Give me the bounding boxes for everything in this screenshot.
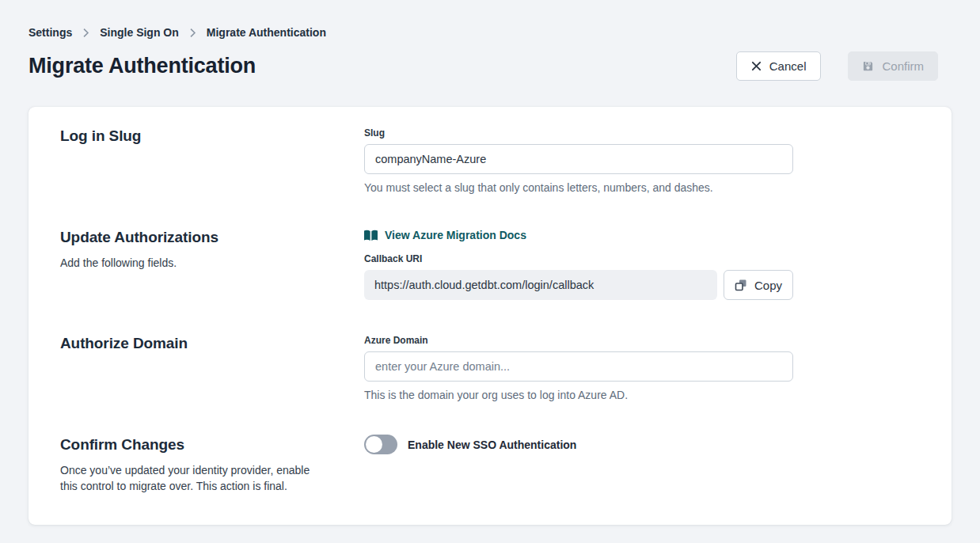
slug-field-label: Slug — [364, 127, 793, 139]
chevron-right-icon — [188, 28, 198, 38]
login-slug-heading: Log in Slug — [60, 127, 329, 145]
update-authorizations-description: Add the following fields. — [60, 255, 329, 271]
azure-migration-docs-link[interactable]: View Azure Migration Docs — [364, 229, 526, 241]
section-update-authorizations: Update Authorizations Add the following … — [60, 229, 952, 300]
callback-uri-field-label: Callback URI — [364, 253, 793, 264]
breadcrumb-settings[interactable]: Settings — [28, 26, 72, 39]
page-title: Migrate Authentication — [28, 54, 256, 78]
copy-button-label: Copy — [754, 279, 782, 292]
save-icon — [862, 60, 874, 72]
authorize-domain-heading: Authorize Domain — [60, 335, 329, 352]
breadcrumb: Settings Single Sign On Migrate Authenti… — [28, 26, 938, 39]
toggle-knob — [366, 436, 382, 453]
azure-migration-docs-link-label: View Azure Migration Docs — [385, 229, 526, 241]
azure-domain-helper-text: This is the domain your org uses to log … — [364, 389, 793, 401]
cancel-button-label: Cancel — [769, 59, 807, 73]
slug-helper-text: You must select a slug that only contain… — [364, 181, 793, 194]
enable-sso-toggle[interactable] — [364, 435, 397, 454]
azure-domain-field-label: Azure Domain — [364, 335, 793, 346]
x-icon — [751, 61, 762, 71]
copy-icon — [735, 279, 747, 291]
confirm-changes-heading: Confirm Changes — [60, 436, 329, 454]
breadcrumb-single-sign-on[interactable]: Single Sign On — [100, 26, 179, 39]
azure-domain-input[interactable] — [364, 351, 793, 382]
confirm-changes-description: Once you’ve updated your identity provid… — [60, 462, 329, 495]
chevron-right-icon — [81, 28, 91, 38]
section-authorize-domain: Authorize Domain Azure Domain This is th… — [60, 335, 952, 401]
migrate-authentication-page: Settings Single Sign On Migrate Authenti… — [0, 0, 980, 543]
confirm-button[interactable]: Confirm — [848, 51, 938, 81]
callback-uri-value: https://auth.cloud.getdbt.com/login/call… — [364, 270, 717, 300]
section-confirm-changes: Confirm Changes Once you’ve updated your… — [60, 436, 952, 495]
page-header: Settings Single Sign On Migrate Authenti… — [0, 0, 980, 81]
title-row: Migrate Authentication Cancel Confirm — [28, 51, 938, 81]
slug-input[interactable] — [364, 144, 793, 174]
enable-sso-toggle-label: Enable New SSO Authentication — [408, 439, 576, 451]
settings-card: Log in Slug Slug You must select a slug … — [28, 107, 952, 525]
cancel-button[interactable]: Cancel — [736, 51, 822, 81]
open-book-icon — [364, 230, 378, 241]
breadcrumb-migrate-authentication: Migrate Authentication — [207, 26, 326, 39]
header-actions: Cancel Confirm — [736, 51, 938, 81]
confirm-button-label: Confirm — [882, 59, 924, 73]
section-login-slug: Log in Slug Slug You must select a slug … — [60, 127, 952, 194]
update-authorizations-heading: Update Authorizations — [60, 229, 329, 246]
copy-button[interactable]: Copy — [724, 270, 793, 300]
